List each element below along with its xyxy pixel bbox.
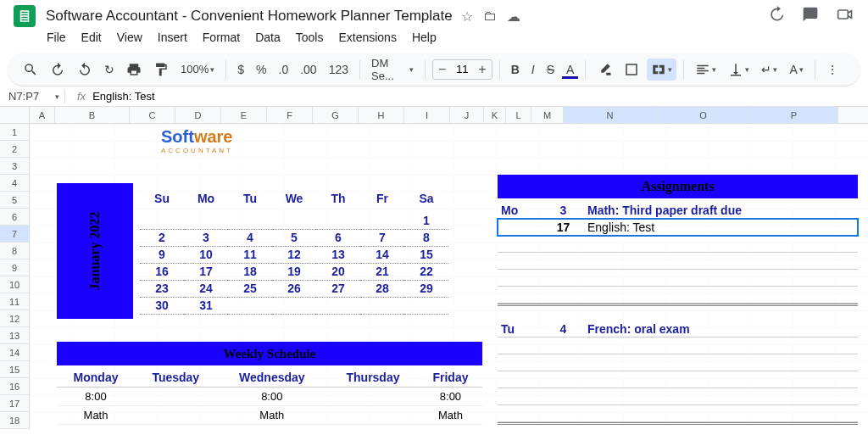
decrease-decimal-button[interactable]: .0 <box>275 59 293 80</box>
row-header-17[interactable]: 17 <box>0 395 29 412</box>
bold-button[interactable]: B <box>507 59 524 80</box>
col-header-F[interactable]: F <box>267 107 313 123</box>
row-header-12[interactable]: 12 <box>0 310 29 327</box>
cloud-status-icon[interactable]: ☁ <box>507 8 520 25</box>
currency-button[interactable]: $ <box>233 59 248 80</box>
history-icon[interactable] <box>768 6 785 26</box>
document-title[interactable]: Software Accountant - Convenient Homewor… <box>46 8 453 25</box>
col-header-M[interactable]: M <box>531 107 564 123</box>
menu-tools[interactable]: Tools <box>296 31 324 44</box>
fx-icon: fx <box>77 90 86 103</box>
col-header-K[interactable]: K <box>484 107 506 123</box>
percent-button[interactable]: % <box>252 59 270 80</box>
formula-input[interactable]: English: Test <box>92 90 154 103</box>
menu-format[interactable]: Format <box>203 31 240 44</box>
menu-view[interactable]: View <box>117 31 142 44</box>
comment-icon[interactable] <box>802 6 819 26</box>
row-header-2[interactable]: 2 <box>0 141 29 158</box>
brand-logo: Software ACCOUNTANT <box>161 127 233 154</box>
fontsize-minus[interactable]: − <box>433 60 451 79</box>
name-box[interactable]: N7:P7 <box>8 90 55 103</box>
star-icon[interactable]: ☆ <box>461 8 473 25</box>
search-icon[interactable] <box>19 59 42 81</box>
row-header-4[interactable]: 4 <box>0 175 29 192</box>
row-header-14[interactable]: 14 <box>0 344 29 361</box>
formula-bar: N7:P7 ▾ fx English: Test <box>0 86 868 107</box>
wrap-button[interactable]: ↵ <box>757 59 782 80</box>
sheets-logo-icon[interactable] <box>14 5 36 27</box>
fontsize-plus[interactable]: + <box>473 60 491 79</box>
text-color-button[interactable]: A <box>562 59 578 79</box>
menu-data[interactable]: Data <box>255 31 281 44</box>
halign-button[interactable] <box>691 59 721 81</box>
strikethrough-button[interactable]: S <box>542 59 559 80</box>
menu-file[interactable]: File <box>47 31 66 44</box>
assignment-row[interactable]: 17English: Test <box>498 219 858 236</box>
col-header-G[interactable]: G <box>313 107 359 123</box>
menubar: File Edit View Insert Format Data Tools … <box>0 27 868 47</box>
redo-icon[interactable] <box>73 59 97 81</box>
month-label: January 2022 <box>87 212 103 291</box>
col-header-H[interactable]: H <box>359 107 404 123</box>
row-header-13[interactable]: 13 <box>0 327 29 344</box>
row-header-9[interactable]: 9 <box>0 259 29 276</box>
col-header-B[interactable]: B <box>55 107 130 123</box>
undo-icon[interactable] <box>46 59 70 81</box>
assignment-row[interactable]: Tu4French: oral exam <box>498 321 858 337</box>
row-header-6[interactable]: 6 <box>0 209 29 226</box>
move-icon[interactable]: 🗀 <box>483 8 497 25</box>
assignment-row[interactable]: Mo3Math: Third paper draft due <box>498 202 858 219</box>
valign-button[interactable] <box>724 59 754 81</box>
font-select[interactable]: DM Se... <box>367 53 418 86</box>
row-header-1[interactable]: 1 <box>0 124 29 141</box>
month-block: January 2022 <box>57 183 133 319</box>
zoom-select[interactable]: 100% <box>176 59 219 79</box>
fontsize-value[interactable]: 11 <box>451 63 473 75</box>
column-headers: ABCDEFGHIJKLMNOP <box>0 107 868 124</box>
row-header-16[interactable]: 16 <box>0 378 29 395</box>
menu-edit[interactable]: Edit <box>81 31 102 44</box>
col-header-I[interactable]: I <box>404 107 450 123</box>
name-box-dropdown-icon[interactable]: ▾ <box>55 92 59 101</box>
row-header-10[interactable]: 10 <box>0 276 29 293</box>
col-header-A[interactable]: A <box>30 107 55 123</box>
row-header-11[interactable]: 11 <box>0 293 29 310</box>
assignments-list: Mo3Math: Third paper draft due17English:… <box>498 202 858 429</box>
format-123-button[interactable]: 123 <box>325 59 353 80</box>
menu-help[interactable]: Help <box>412 31 437 44</box>
more-icon[interactable]: ⋮ <box>822 59 843 80</box>
increase-decimal-button[interactable]: .00 <box>296 59 320 80</box>
italic-button[interactable]: I <box>527 59 539 80</box>
row-headers: 123456789101112131415161718 <box>0 124 30 429</box>
paint-format-icon[interactable] <box>149 59 173 81</box>
col-header-J[interactable]: J <box>450 107 484 123</box>
row-header-8[interactable]: 8 <box>0 243 29 259</box>
fontsize-stepper[interactable]: − 11 + <box>432 59 492 80</box>
col-header-D[interactable]: D <box>175 107 221 123</box>
menu-extensions[interactable]: Extensions <box>338 31 396 44</box>
col-header-P[interactable]: P <box>750 107 838 123</box>
col-header-E[interactable]: E <box>221 107 267 123</box>
row-header-5[interactable]: 5 <box>0 192 29 209</box>
calendar: SuMoTuWeThFrSa12345678910111213141516171… <box>140 192 448 315</box>
fill-color-button[interactable] <box>593 59 616 81</box>
col-header-L[interactable]: L <box>506 107 531 123</box>
row-header-15[interactable]: 15 <box>0 361 29 378</box>
borders-button[interactable] <box>620 59 643 81</box>
menu-insert[interactable]: Insert <box>158 31 187 44</box>
assignments-header: Assignments <box>498 175 858 198</box>
row-header-3[interactable]: 3 <box>0 158 29 175</box>
col-header-N[interactable]: N <box>564 107 657 123</box>
meet-icon[interactable] <box>836 6 854 26</box>
merge-button[interactable] <box>647 59 676 81</box>
print-icon[interactable] <box>122 59 146 81</box>
weekly-schedule: MondayTuesdayWednesdayThursdayFriday8:00… <box>57 368 482 429</box>
col-header-O[interactable]: O <box>657 107 750 123</box>
row-header-18[interactable]: 18 <box>0 412 29 429</box>
row-header-7[interactable]: 7 <box>0 226 29 243</box>
weekly-header: Weekly Schedule <box>57 342 482 365</box>
spreadsheet-canvas[interactable]: Software ACCOUNTANT January 2022 SuMoTuW… <box>30 124 868 429</box>
rotate-button[interactable]: A <box>785 59 807 80</box>
col-header-C[interactable]: C <box>130 107 175 123</box>
reload-icon[interactable]: ↻ <box>100 59 119 80</box>
